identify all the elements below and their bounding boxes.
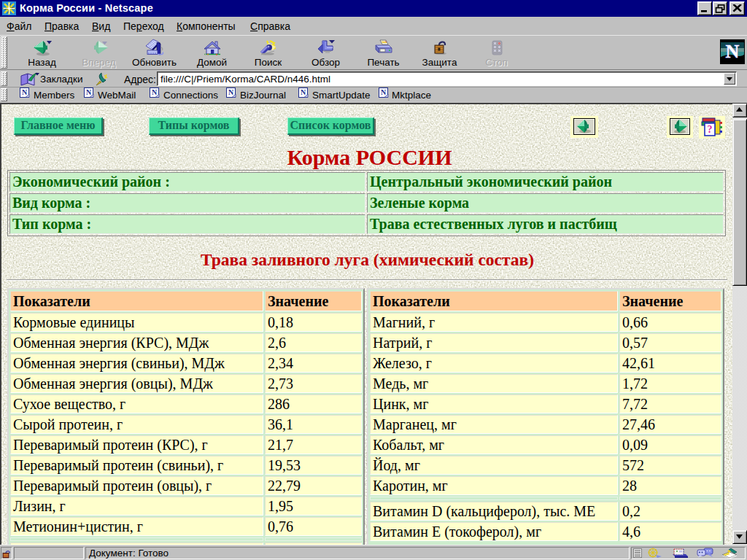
svg-text:N: N xyxy=(22,88,28,96)
svg-text:N: N xyxy=(301,88,306,96)
svg-text:N: N xyxy=(152,88,158,96)
svg-text:N: N xyxy=(381,88,387,96)
svg-text:N: N xyxy=(726,41,740,62)
svg-text:N: N xyxy=(228,88,234,96)
svg-text:?: ? xyxy=(708,124,713,135)
svg-text:N: N xyxy=(86,88,92,96)
